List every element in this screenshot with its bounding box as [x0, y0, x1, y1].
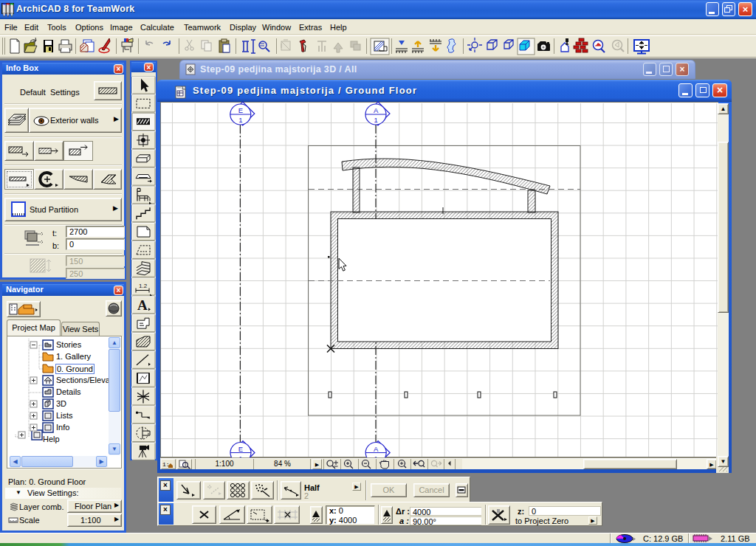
svg-text:1: 1 — [374, 116, 378, 124]
svg-text:1: 1 — [238, 116, 242, 124]
svg-text:E: E — [238, 445, 243, 453]
svg-text:A: A — [374, 106, 379, 114]
svg-text:A: A — [137, 297, 148, 313]
svg-text:1.2: 1.2 — [139, 283, 148, 289]
svg-text:A: A — [374, 445, 379, 453]
svg-text:E: E — [238, 106, 243, 114]
